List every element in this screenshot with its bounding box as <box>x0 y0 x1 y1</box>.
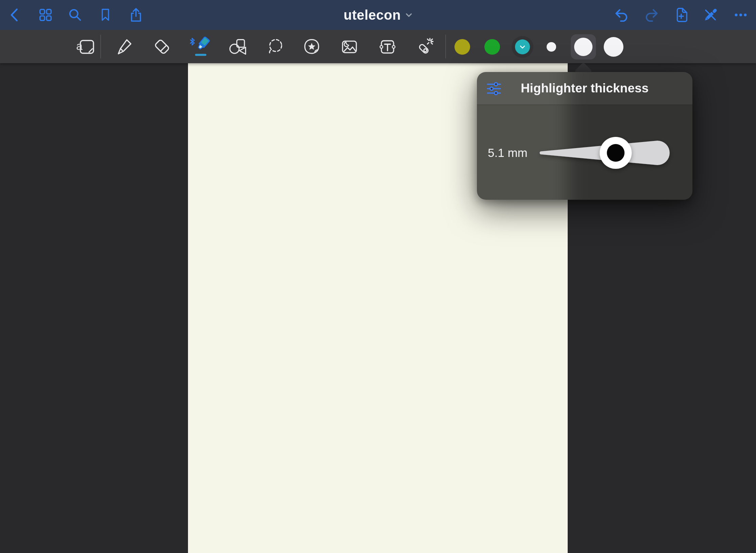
crossed-pencil-icon <box>702 7 719 23</box>
thumbnails-button[interactable] <box>36 5 55 24</box>
toolbar-separator <box>445 35 446 58</box>
document-title: utelecon <box>344 7 401 23</box>
ellipsis-icon <box>733 7 749 23</box>
tool-zoom-window[interactable]: a <box>75 36 97 58</box>
undo-button[interactable] <box>612 5 631 24</box>
tool-highlighter[interactable] <box>189 36 213 58</box>
thickness-large-button[interactable] <box>604 37 623 57</box>
highlighter-thickness-popover: Highlighter thickness 5.1 mm <box>477 72 692 200</box>
document-title-button[interactable]: utelecon <box>344 0 412 30</box>
tool-lasso[interactable] <box>264 36 286 58</box>
tool-text[interactable] <box>377 36 398 58</box>
tool-laser-pointer[interactable] <box>414 36 435 58</box>
tool-pen[interactable] <box>113 36 135 58</box>
chevron-down-icon <box>406 13 412 18</box>
share-button[interactable] <box>126 5 145 24</box>
sliders-icon <box>486 81 501 96</box>
shapes-icon <box>229 38 247 56</box>
slider-knob-center <box>607 144 624 162</box>
popover-header: Highlighter thickness <box>477 72 692 105</box>
chevron-left-icon <box>7 7 22 23</box>
pen-mode-toggle-button[interactable] <box>701 5 720 24</box>
selected-color-circle <box>515 39 530 54</box>
redo-button[interactable] <box>642 5 661 24</box>
grid-icon <box>38 7 53 23</box>
add-page-button[interactable] <box>672 5 691 24</box>
undo-icon <box>613 7 630 23</box>
pen-icon <box>115 38 133 56</box>
chevron-down-icon <box>520 45 525 49</box>
thickness-large-dot <box>604 37 623 57</box>
more-button[interactable] <box>731 5 750 24</box>
popover-title: Highlighter thickness <box>521 81 649 95</box>
search-button[interactable] <box>66 5 85 24</box>
thickness-slider[interactable] <box>530 119 687 187</box>
tool-eraser[interactable] <box>151 36 173 58</box>
tool-bar: a <box>0 30 756 63</box>
color-swatch-olive[interactable] <box>454 39 470 55</box>
eraser-icon <box>153 38 171 56</box>
bluetooth-icon <box>190 38 194 45</box>
lasso-icon <box>266 38 285 56</box>
image-icon <box>340 38 359 56</box>
thickness-medium-button-selected[interactable] <box>571 34 596 59</box>
bookmark-icon <box>98 7 113 23</box>
tool-shapes[interactable] <box>227 36 249 58</box>
tool-elements[interactable] <box>301 36 323 58</box>
text-icon <box>378 38 397 56</box>
redo-icon <box>643 7 660 23</box>
color-swatch-green[interactable] <box>484 39 500 55</box>
bookmark-button[interactable] <box>96 5 115 24</box>
sticker-star-icon <box>303 38 321 56</box>
thickness-small-button[interactable] <box>545 42 557 52</box>
back-button[interactable] <box>5 5 24 24</box>
laser-pointer-icon <box>415 38 434 56</box>
top-navigation-bar: utelecon <box>0 0 756 30</box>
thickness-medium-dot <box>574 38 592 56</box>
thickness-small-dot <box>547 42 556 52</box>
tool-image[interactable] <box>339 36 360 58</box>
highlighter-icon <box>190 37 212 57</box>
color-swatch-teal-selected[interactable] <box>512 36 533 58</box>
share-icon <box>128 7 144 23</box>
app-window: utelecon a <box>0 0 756 553</box>
thickness-value-label: 5.1 mm <box>488 145 528 160</box>
magnifier-icon <box>67 7 83 23</box>
zoom-window-icon <box>77 37 96 56</box>
add-page-icon <box>673 7 689 23</box>
toolbar-separator <box>100 35 101 58</box>
